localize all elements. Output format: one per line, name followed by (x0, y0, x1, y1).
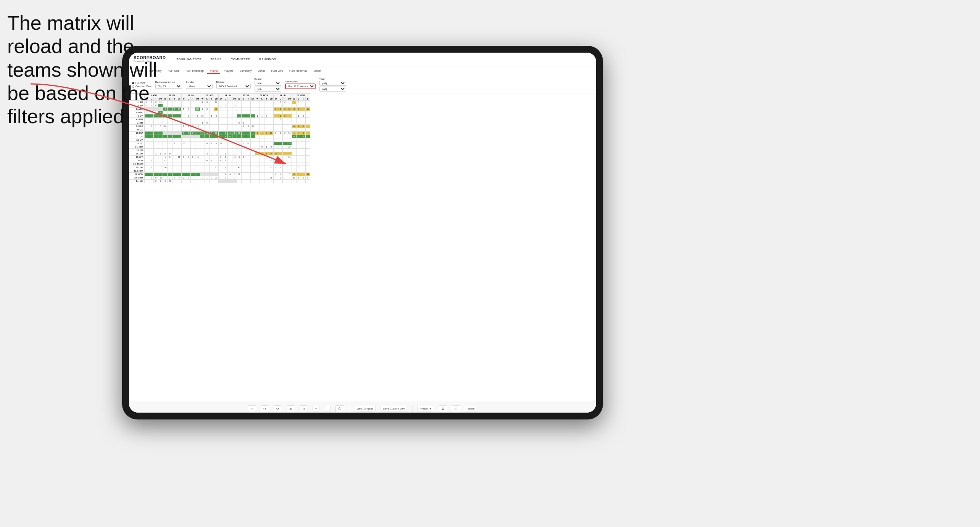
matrix-cell (163, 173, 168, 176)
team-filter: Team (All) (All) (319, 78, 346, 92)
matrix-cell (228, 108, 232, 111)
matrix-cell (190, 152, 195, 156)
matrix-cell (190, 145, 195, 149)
timer-btn[interactable]: ⏱ (335, 405, 344, 412)
matrix-cell (172, 135, 177, 138)
region-select-top[interactable]: N/A (All) (255, 81, 281, 86)
matrix-cell (269, 111, 274, 114)
toolbar-sep2 (413, 405, 413, 413)
settings-btn[interactable]: ⚙ (439, 405, 447, 412)
matrix-cell (292, 156, 297, 159)
conference-select[interactable]: Pac-12 Conference (All) (285, 84, 316, 89)
matrix-cell: 1 (278, 173, 283, 176)
matrix-cell (283, 149, 287, 152)
tab-players[interactable]: Players (221, 68, 236, 74)
matrix-cell: 0 (210, 132, 214, 135)
matrix-cell (264, 159, 269, 162)
matrix-cell (274, 138, 278, 142)
matrix-cell (154, 142, 158, 145)
matrix-cell (172, 128, 177, 132)
undo-btn[interactable]: ↩ (248, 405, 256, 412)
matrix-cell (168, 111, 172, 114)
division-filter: Division NCAA Division I NCAA Division I… (216, 81, 251, 89)
tab-h2h-grid2[interactable]: H2H Grid (269, 68, 286, 74)
tab-matrix2[interactable]: Matrix (311, 68, 324, 74)
tab-h2h-heatmap[interactable]: H2H Heatmap (183, 68, 206, 74)
team-select-bottom[interactable]: (All) (319, 87, 346, 92)
matrix-cell (145, 173, 149, 176)
matrix-cell (242, 159, 246, 162)
tab-h2h-heatmap2[interactable]: H2H Heatmap (287, 68, 310, 74)
matrix-cell: 3 (292, 108, 297, 111)
matrix-cell (181, 169, 186, 173)
col-header-ua: 11. UA (181, 94, 200, 97)
table-row: 14. TTU01029 (129, 145, 310, 149)
col-header-su: 27. SU (237, 94, 255, 97)
matrix-cell: 3 (186, 132, 190, 135)
matrix-cell (237, 145, 242, 149)
watch-btn[interactable]: Watch ▼ (417, 406, 434, 411)
matrix-cell: 2 (172, 142, 177, 145)
matrix-cell (145, 159, 149, 162)
matrix-cell (306, 138, 310, 142)
matrix-cell (158, 156, 163, 159)
nav-tournaments[interactable]: TOURNAMENTS (175, 57, 203, 62)
matrix-cell (292, 128, 297, 132)
matrix-cell: 1 (255, 114, 260, 118)
share-btn[interactable]: Share (465, 406, 477, 411)
tab-summary2[interactable]: Summary (237, 68, 254, 74)
matrix-cell (205, 169, 210, 173)
matrix-cell (246, 118, 251, 121)
region-select-bottom[interactable]: N/A (All) (255, 87, 281, 92)
tab-matrix[interactable]: Matrix (207, 68, 220, 74)
matrix-cell (210, 111, 214, 114)
zoom-out-btn[interactable]: ⊖ (300, 405, 308, 412)
division-select[interactable]: NCAA Division I NCAA Division II (216, 84, 251, 89)
matrix-cell (172, 149, 177, 152)
matrix-cell: 1 (223, 173, 228, 176)
nav-teams[interactable]: TEAMS (209, 57, 223, 62)
matrix-cell (237, 111, 242, 114)
refresh-btn[interactable]: ⟳ (274, 405, 282, 412)
matrix-content[interactable]: 3. ASU 10. UW 11. UA 22. UCB 24. UO 27. … (129, 93, 596, 401)
matrix-cell (190, 135, 195, 138)
matrix-cell (200, 162, 205, 166)
grid-btn[interactable]: ⊞ (452, 405, 460, 412)
matrix-cell: 1 (292, 101, 297, 104)
matrix-cell (297, 138, 301, 142)
tab-detail[interactable]: Detail (255, 68, 268, 74)
gender-select[interactable]: Men's Women's (186, 84, 213, 89)
zoom-in-btn[interactable]: ⊕ (287, 405, 295, 412)
matrix-cell (237, 114, 242, 118)
matrix-cell (274, 162, 278, 166)
add-btn[interactable]: + (313, 406, 319, 411)
matrix-cell (200, 166, 205, 169)
matrix-cell (274, 156, 278, 159)
matrix-cell (301, 118, 306, 121)
matrix-cell (237, 152, 242, 156)
nav-committee[interactable]: COMMITTEE (229, 57, 251, 62)
matrix-cell (306, 104, 310, 108)
matrix-cell (195, 111, 200, 114)
matrix-cell (251, 169, 255, 173)
matrix-cell (195, 162, 200, 166)
save-custom-btn[interactable]: Save Custom View (380, 406, 408, 411)
matrix-cell: 1 (181, 132, 186, 135)
matrix-cell: 0 (292, 173, 297, 176)
matrix-cell: 2 (237, 142, 242, 145)
matrix-cell (292, 152, 297, 156)
remove-btn[interactable]: – (324, 406, 331, 411)
matrix-cell (301, 142, 306, 145)
matrix-cell (269, 180, 274, 183)
matrix-cell (306, 128, 310, 132)
view-original-btn[interactable]: View: Original (354, 406, 376, 411)
matrix-cell: 0 (172, 176, 177, 180)
table-row: 19. TAMU (129, 162, 310, 166)
team-select-top[interactable]: (All) (319, 81, 346, 86)
matrix-cell: 1 (223, 159, 228, 162)
table-row: 12. UV (129, 138, 310, 142)
nav-rankings[interactable]: RANKINGS (258, 57, 277, 62)
matrix-cell (177, 135, 181, 138)
redo-btn[interactable]: ↪ (261, 405, 269, 412)
matrix-cell: 0 (301, 125, 306, 128)
